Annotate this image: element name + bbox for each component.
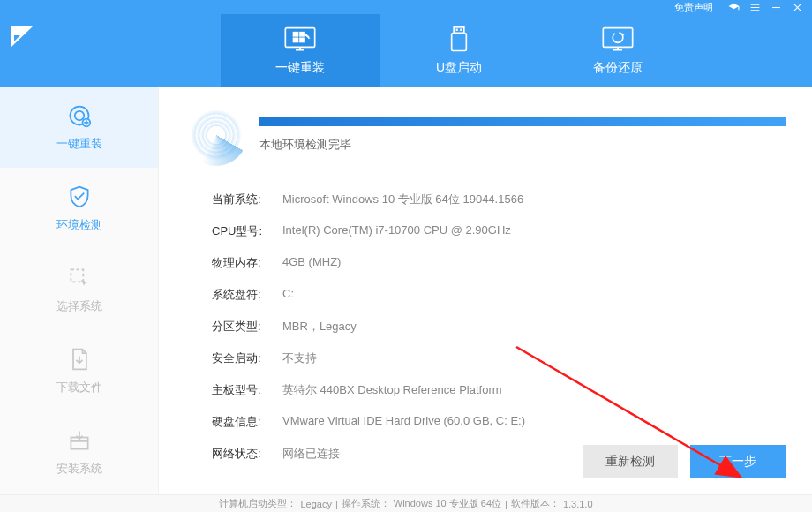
radar-scan-icon: [185, 104, 247, 166]
sidebar-item-label: 选择系统: [56, 298, 102, 314]
disclaimer-link[interactable]: 免责声明: [674, 1, 713, 14]
info-label: 物理内存:: [212, 255, 282, 271]
scan-row: 本地环境检测完毕: [185, 104, 786, 166]
info-label: 网络状态:: [212, 446, 282, 462]
info-label: CPU型号:: [212, 223, 282, 239]
status-sep: |: [335, 499, 338, 509]
svg-point-16: [74, 111, 84, 121]
info-table: 当前系统:Microsoft Windows 10 专业版 64位 19044.…: [212, 184, 786, 470]
status-version-label: 软件版本：: [511, 497, 560, 510]
minimize-icon[interactable]: [770, 1, 782, 13]
graduation-icon[interactable]: [727, 1, 740, 13]
sidebar-item-download-file[interactable]: 下载文件: [0, 330, 158, 411]
svg-rect-3: [293, 32, 299, 37]
monitor-refresh-icon: [600, 25, 635, 55]
progress-text: 本地环境检测完毕: [259, 137, 786, 153]
tab-backup-restore[interactable]: 备份还原: [538, 14, 697, 87]
info-label: 分区类型:: [212, 319, 282, 335]
info-label: 主板型号:: [212, 382, 282, 398]
shield-check-icon: [66, 184, 93, 210]
svg-rect-11: [452, 34, 467, 51]
info-row-cpu: CPU型号:Intel(R) Core(TM) i7-10700 CPU @ 2…: [212, 215, 786, 247]
svg-rect-8: [454, 27, 464, 34]
statusbar: 计算机启动类型： Legacy | 操作系统： Windows 10 专业版 6…: [0, 494, 812, 512]
info-label: 安全启动:: [212, 350, 282, 366]
tab-reinstall[interactable]: 一键重装: [221, 14, 380, 87]
close-icon[interactable]: [791, 1, 803, 13]
svg-rect-6: [299, 38, 305, 43]
tab-label: 一键重装: [275, 60, 325, 76]
info-value: 英特尔 440BX Desktop Reference Platform: [282, 382, 502, 398]
status-os-value: Windows 10 专业版 64位: [394, 497, 501, 510]
svg-point-13: [613, 33, 623, 43]
sidebar-item-choose-system[interactable]: 选择系统: [0, 249, 158, 330]
recheck-button[interactable]: 重新检测: [583, 445, 678, 478]
info-value: C:: [282, 287, 294, 303]
sidebar-item-install-system[interactable]: 安装系统: [0, 411, 158, 493]
status-boot-value: Legacy: [300, 499, 331, 509]
info-row-os: 当前系统:Microsoft Windows 10 专业版 64位 19044.…: [212, 184, 786, 215]
info-row-partition: 分区类型:MBR，Legacy: [212, 311, 786, 343]
info-row-secureboot: 安全启动:不支持: [212, 343, 786, 374]
sidebar-item-reinstall[interactable]: 一键重装: [0, 87, 158, 168]
info-value: Microsoft Windows 10 专业版 64位 19044.1566: [282, 192, 523, 207]
target-plus-icon: [66, 102, 93, 129]
box-download-icon: [66, 427, 93, 454]
sidebar-item-label: 环境检测: [56, 217, 102, 233]
file-download-icon: [66, 346, 93, 373]
info-value: MBR，Legacy: [282, 319, 357, 335]
info-value: VMware Virtual IDE Hard Drive (60.0 GB, …: [282, 414, 525, 430]
sidebar-item-env-check[interactable]: 环境检测: [0, 168, 158, 249]
status-version-value: 1.3.1.0: [563, 499, 593, 509]
tab-label: U盘启动: [436, 60, 482, 76]
info-row-mainboard: 主板型号:英特尔 440BX Desktop Reference Platfor…: [212, 374, 786, 406]
nav-tabs: 一键重装 U盘启动 备份还原: [106, 14, 812, 87]
usb-drive-icon: [441, 25, 477, 55]
info-value: 4GB (MHZ): [282, 255, 341, 271]
info-row-sysdrive: 系统盘符:C:: [212, 279, 786, 311]
status-boot-label: 计算机启动类型：: [219, 497, 297, 510]
info-row-disk: 硬盘信息:VMware Virtual IDE Hard Drive (60.0…: [212, 406, 786, 438]
menu-icon[interactable]: [748, 1, 761, 13]
sidebar-item-label: 一键重装: [56, 136, 102, 152]
logo-icon: [9, 23, 35, 49]
tab-label: 备份还原: [593, 60, 643, 76]
info-row-memory: 物理内存:4GB (MHZ): [212, 247, 786, 279]
button-row: 重新检测 下一步: [583, 445, 786, 478]
status-os-label: 操作系统：: [342, 497, 390, 510]
info-value: 网络已连接: [282, 446, 340, 462]
status-sep: |: [505, 499, 508, 509]
svg-rect-12: [603, 28, 632, 48]
svg-rect-5: [293, 38, 299, 43]
info-value: 不支持: [282, 350, 317, 366]
logo-area: [0, 14, 106, 87]
header: 一键重装 U盘启动 备份还原: [0, 14, 812, 87]
sidebar-item-label: 下载文件: [56, 380, 102, 395]
select-cursor-icon: [66, 265, 93, 291]
svg-rect-9: [456, 29, 458, 32]
monitor-windows-icon: [282, 25, 318, 55]
titlebar: 免责声明: [0, 0, 812, 14]
svg-marker-7: [308, 37, 311, 39]
main-panel: 本地环境检测完毕 当前系统:Microsoft Windows 10 专业版 6…: [159, 87, 812, 494]
svg-rect-10: [460, 29, 462, 32]
sidebar: 一键重装 环境检测 选择系统: [0, 87, 159, 494]
tab-usb-boot[interactable]: U盘启动: [380, 14, 538, 87]
info-label: 系统盘符:: [212, 287, 282, 303]
progress-bar: [259, 117, 786, 126]
info-label: 硬盘信息:: [212, 414, 282, 430]
sidebar-item-label: 安装系统: [56, 461, 102, 477]
info-label: 当前系统:: [212, 192, 282, 207]
next-button[interactable]: 下一步: [690, 445, 786, 478]
info-value: Intel(R) Core(TM) i7-10700 CPU @ 2.90GHz: [282, 223, 511, 239]
